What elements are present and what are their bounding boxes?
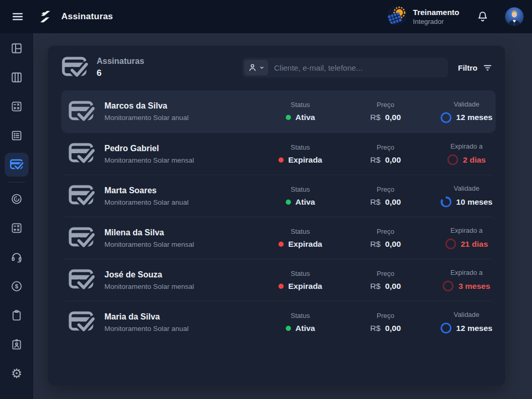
customer-name: Milena da Silva [104,228,194,237]
subscription-card-check-icon [61,56,88,79]
price-value: 0,00 [385,282,401,291]
status-dot-icon [278,242,284,247]
sidebar-item-financial[interactable] [5,274,29,298]
validity-cell: Validade 12 meses [437,100,496,123]
customer-name: Pedro Gabriel [104,144,194,153]
plan-name: Monitoramento Solar mensal [104,241,194,248]
settings-gear-icon: ⚙ [11,367,22,380]
panel-header: Assinaturas 6 Filtro [48,46,505,89]
page-title: Assinaturas [61,11,113,22]
status-dot-icon [278,157,284,163]
status-label: Status [291,312,310,320]
sidebar-item-disc[interactable] [5,187,29,211]
user-avatar[interactable] [505,7,524,26]
sidebar-item-clipboard[interactable] [5,303,29,327]
plan-name: Monitoramento Solar mensal [104,283,194,290]
status-dot-icon [286,326,291,331]
table-row[interactable]: Marta Soares Monitoramento Solar anual S… [61,175,496,217]
currency-symbol: R$ [370,282,381,291]
sidebar-item-dashboard[interactable] [5,36,29,60]
sidebar-item-id-badge[interactable] [5,332,29,356]
validity-ring-icon [441,323,451,334]
validity-ring-icon [445,238,456,249]
hamburger-menu-icon[interactable] [10,9,25,24]
table-row[interactable]: Milena da Silva Monitoramento Solar mens… [61,217,496,259]
subscriptions-count: 6 [97,68,144,78]
validity-label: Validade [454,100,480,108]
status-label: Status [291,228,310,235]
org-name: Treinamento [413,8,459,17]
price-label: Preço [377,228,394,235]
validity-value: 12 meses [456,324,493,333]
table-row[interactable]: Maria da Silva Monitoramento Solar anual… [61,301,496,343]
status-label: Status [291,143,310,151]
status-value: Ativa [296,197,315,207]
validity-label: Expirado a [450,142,483,150]
validity-value: 21 dias [461,240,488,249]
sidebar-item-calculator-2[interactable] [5,216,29,240]
table-row[interactable]: Pedro Gabriel Monitoramento Solar mensal… [61,132,496,175]
sidebar-item-list[interactable] [5,124,29,148]
status-dot-icon [278,284,284,289]
status-label: Status [291,270,310,277]
filter-button[interactable]: Filtro [458,63,493,73]
subscription-card-check-icon [68,184,96,208]
table-row[interactable]: Marcos da Silva Monitoramento Solar anua… [61,90,496,132]
price-value: 0,00 [385,197,401,207]
filter-lines-icon [483,63,493,73]
price-value: 0,00 [385,324,401,333]
sidebar-item-support[interactable] [5,245,29,269]
price-label: Preço [377,143,394,151]
validity-value: 12 meses [456,113,493,122]
sidebar-item-calculator[interactable] [5,95,29,118]
price-cell: Preço R$0,00 [334,270,437,291]
search-category-dropdown[interactable] [244,60,268,75]
price-value: 0,00 [385,155,401,165]
validity-ring-icon [441,196,451,207]
status-value: Expirada [288,155,322,165]
currency-symbol: R$ [370,324,381,333]
validity-cell: Expirado a 21 dias [437,227,496,249]
filter-label: Filtro [458,63,478,72]
status-cell: Status Ativa [267,185,334,207]
validity-label: Expirado a [450,227,483,234]
sidebar-item-kanban[interactable] [5,65,29,89]
status-value: Expirada [288,282,322,291]
subscription-card-check-icon [68,142,96,166]
validity-label: Expirado a [450,269,483,276]
validity-ring-icon [441,112,451,123]
customer-cell: Marcos da Silva Monitoramento Solar anua… [61,100,267,124]
validity-ring-icon [447,154,458,165]
validity-label: Validade [454,184,480,192]
sidebar: ⚙ [0,33,33,399]
status-value: Ativa [296,324,315,333]
search-bar [242,58,448,77]
customer-name: José de Souza [104,270,194,280]
notifications-bell-icon[interactable] [475,9,490,24]
price-cell: Preço R$0,00 [334,101,437,122]
price-label: Preço [377,185,394,193]
customer-cell: Maria da Silva Monitoramento Solar anual [61,310,267,334]
customer-name: Maria da Silva [104,312,189,322]
org-switcher[interactable]: Treinamento Integrador [387,6,459,28]
plan-name: Monitoramento Solar anual [104,325,189,332]
sidebar-item-subscriptions[interactable] [5,153,29,177]
sidebar-item-settings[interactable]: ⚙ [5,362,29,385]
subscriptions-list: Marcos da Silva Monitoramento Solar anua… [48,89,505,343]
org-logo-icon [387,6,407,28]
status-value: Expirada [288,240,322,249]
panel-title: Assinaturas [97,57,144,66]
price-cell: Preço R$0,00 [334,228,437,249]
price-cell: Preço R$0,00 [334,185,437,207]
customer-cell: José de Souza Monitoramento Solar mensal [61,268,267,292]
validity-cell: Validade 12 meses [437,311,496,334]
subscription-card-check-icon [68,100,96,124]
search-input[interactable] [268,63,444,72]
currency-symbol: R$ [370,113,381,122]
customer-cell: Marta Soares Monitoramento Solar anual [61,184,267,208]
table-row[interactable]: José de Souza Monitoramento Solar mensal… [61,259,496,301]
status-dot-icon [286,200,291,205]
customer-cell: Pedro Gabriel Monitoramento Solar mensal [61,142,267,166]
subscription-card-check-icon [68,310,96,334]
plan-name: Monitoramento Solar anual [104,114,189,122]
